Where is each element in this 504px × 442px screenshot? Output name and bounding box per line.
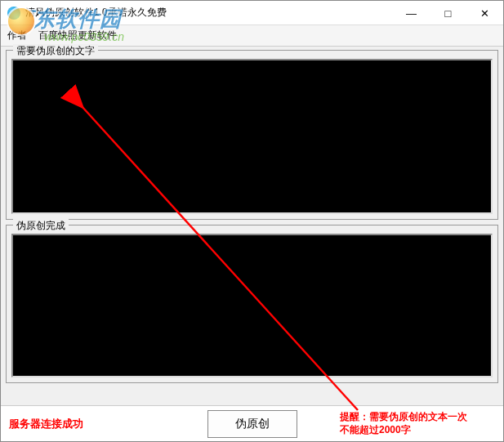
app-icon — [7, 7, 20, 20]
toolbar-update[interactable]: 百度快照更新软件 — [38, 29, 117, 42]
content-area: 需要伪原创的文字 伪原创完成 — [1, 47, 503, 383]
status-text: 服务器连接成功 — [1, 417, 164, 431]
hint-line1: 提醒：需要伪原创的文本一次 — [340, 411, 467, 422]
window-title: 清风伪原创软件1.0承诺永久免费 — [25, 6, 167, 20]
input-group: 需要伪原创的文字 — [6, 50, 498, 220]
hint-line2: 不能超过2000字 — [340, 424, 411, 435]
minimize-button[interactable]: — — [393, 1, 430, 25]
input-group-label: 需要伪原创的文字 — [13, 44, 98, 58]
window-controls: — □ ✕ — [393, 1, 503, 25]
titlebar: 清风伪原创软件1.0承诺永久免费 — □ ✕ — [1, 1, 503, 25]
footer: 服务器连接成功 伪原创 提醒：需要伪原创的文本一次 不能超过2000字 — [1, 405, 503, 441]
maximize-button[interactable]: □ — [430, 1, 466, 25]
input-textarea[interactable] — [11, 59, 493, 214]
hint-text: 提醒：需要伪原创的文本一次 不能超过2000字 — [340, 411, 487, 436]
pseudo-original-button[interactable]: 伪原创 — [207, 410, 297, 438]
toolbar-author[interactable]: 作者 — [7, 29, 27, 42]
output-textarea[interactable] — [11, 234, 493, 377]
close-button[interactable]: ✕ — [466, 1, 503, 25]
app-window: 清风伪原创软件1.0承诺永久免费 — □ ✕ 作者 百度快照更新软件 需要伪原创… — [0, 0, 504, 442]
output-group-label: 伪原创完成 — [13, 219, 69, 233]
output-group: 伪原创完成 — [6, 225, 498, 383]
